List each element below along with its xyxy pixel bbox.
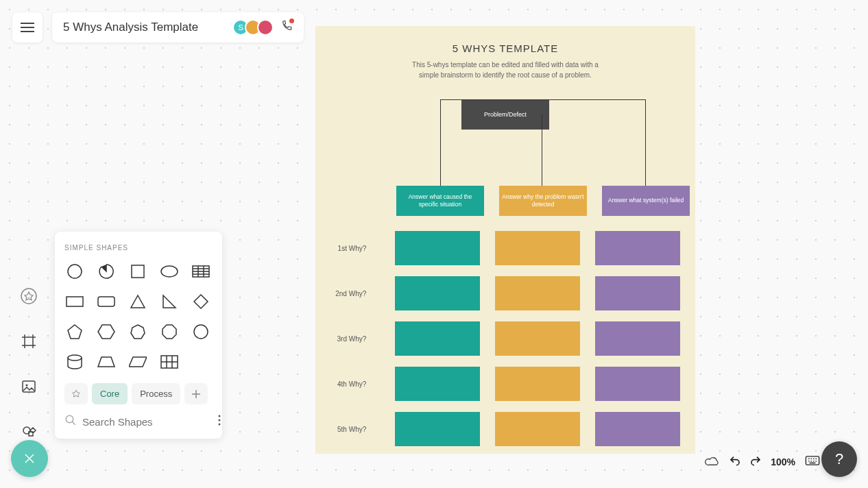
shape-grid[interactable] [159, 352, 180, 372]
why-cell[interactable] [595, 367, 680, 401]
connector [542, 114, 542, 186]
svg-point-0 [21, 289, 36, 304]
svg-rect-1 [23, 381, 35, 392]
svg-rect-5 [132, 265, 144, 278]
left-toolbar [19, 288, 38, 441]
why-cell[interactable] [395, 276, 480, 310]
why-label: 1st Why? [330, 245, 380, 252]
svg-point-10 [194, 325, 208, 339]
undo-button[interactable] [730, 455, 740, 469]
defect-box[interactable]: Problem/Defect [461, 99, 549, 130]
avatar-stack[interactable]: S [232, 19, 274, 36]
cloud-sync-button[interactable] [705, 455, 720, 469]
redo-button[interactable] [750, 455, 761, 469]
why-cell[interactable] [495, 412, 580, 446]
canvas-template[interactable]: 5 WHYS TEMPLATE This 5-whys template can… [315, 26, 695, 454]
svg-point-13 [66, 415, 73, 423]
frame-tool[interactable] [19, 332, 38, 351]
canvas-controls: 100% [705, 455, 820, 469]
core-tab[interactable]: Core [92, 383, 128, 404]
document-title[interactable]: 5 Whys Analysis Template [63, 21, 198, 34]
keyboard-button[interactable] [805, 456, 820, 468]
shape-nonagon[interactable] [191, 321, 211, 342]
why-cell[interactable] [595, 321, 680, 356]
search-icon [64, 414, 77, 429]
shape-cylinder-top[interactable] [64, 352, 85, 372]
search-input[interactable] [82, 416, 213, 428]
shape-pentagon[interactable] [64, 321, 85, 342]
shapes-tool[interactable] [19, 286, 38, 306]
why-row: 3rd Why? [330, 321, 680, 356]
image-icon [21, 378, 37, 395]
shape-right-triangle[interactable] [159, 291, 180, 312]
shape-diamond[interactable] [191, 291, 211, 312]
shape-circle[interactable] [64, 261, 85, 282]
svg-point-4 [68, 265, 82, 278]
svg-rect-17 [806, 456, 819, 465]
shape-ellipse[interactable] [159, 261, 180, 282]
column-header-cause[interactable]: Answer what caused the specific situatio… [396, 186, 484, 216]
keyboard-icon [805, 456, 820, 465]
why-cell[interactable] [595, 412, 680, 446]
shape-rounded-rect[interactable] [96, 291, 117, 312]
why-cell[interactable] [495, 276, 580, 310]
top-bar: 5 Whys Analysis Template S [12, 12, 304, 42]
svg-point-2 [26, 385, 28, 387]
image-tool[interactable] [19, 377, 38, 396]
why-cell[interactable] [495, 367, 580, 401]
shape-rectangle[interactable] [64, 291, 85, 312]
shape-trapezoid[interactable] [96, 352, 117, 372]
notification-dot [289, 19, 294, 23]
why-rows: 1st Why? 2nd Why? 3rd Why? 4th Why? [330, 231, 680, 457]
shape-search [64, 414, 213, 429]
svg-point-15 [219, 419, 221, 422]
shapes-overlap-icon [21, 424, 37, 440]
why-cell[interactable] [495, 321, 580, 356]
shape-table-lines[interactable] [191, 261, 211, 282]
shape-parallelogram[interactable] [128, 352, 148, 372]
pin-tab[interactable] [64, 383, 88, 404]
redo-icon [750, 455, 761, 466]
shape-heptagon[interactable] [128, 321, 148, 342]
why-label: 3rd Why? [330, 335, 380, 343]
close-panel-button[interactable] [11, 440, 48, 477]
why-cell[interactable] [395, 231, 480, 265]
why-row: 4th Why? [330, 367, 680, 401]
svg-point-16 [219, 424, 221, 426]
shape-grid [64, 261, 213, 372]
why-cell[interactable] [595, 276, 680, 310]
hamburger-icon [21, 23, 34, 32]
why-cell[interactable] [395, 321, 480, 356]
shape-octagon[interactable] [159, 321, 180, 342]
column-header-system[interactable]: Answer what system(s) failed [602, 186, 690, 216]
add-tab[interactable] [184, 383, 208, 404]
help-button[interactable]: ? [821, 441, 857, 477]
plus-icon [192, 390, 200, 398]
star-circle-icon [20, 287, 38, 305]
why-label: 4th Why? [330, 380, 380, 388]
column-header-detection[interactable]: Answer why the problem wasn't detected [499, 186, 587, 216]
shape-arc[interactable] [96, 261, 117, 282]
call-button[interactable] [280, 20, 293, 35]
svg-point-6 [161, 266, 178, 277]
collaborators: S [232, 19, 293, 36]
why-cell[interactable] [595, 231, 680, 265]
close-icon [23, 452, 36, 465]
avatar[interactable] [257, 19, 274, 36]
why-label: 5th Why? [330, 426, 380, 433]
why-cell[interactable] [395, 367, 480, 401]
shape-hexagon[interactable] [96, 321, 117, 342]
more-options-button[interactable] [218, 415, 221, 428]
title-bar: 5 Whys Analysis Template S [52, 12, 304, 42]
shape-library-tool[interactable] [19, 422, 38, 441]
why-cell[interactable] [395, 412, 480, 446]
why-row: 2nd Why? [330, 276, 680, 310]
shape-category-tabs: Core Process [64, 383, 213, 404]
kebab-icon [218, 415, 221, 426]
process-tab[interactable]: Process [132, 383, 180, 404]
why-cell[interactable] [495, 231, 580, 265]
zoom-level[interactable]: 100% [771, 456, 795, 467]
hamburger-menu-button[interactable] [12, 12, 43, 42]
shape-triangle[interactable] [128, 291, 148, 312]
shape-square[interactable] [128, 261, 148, 282]
